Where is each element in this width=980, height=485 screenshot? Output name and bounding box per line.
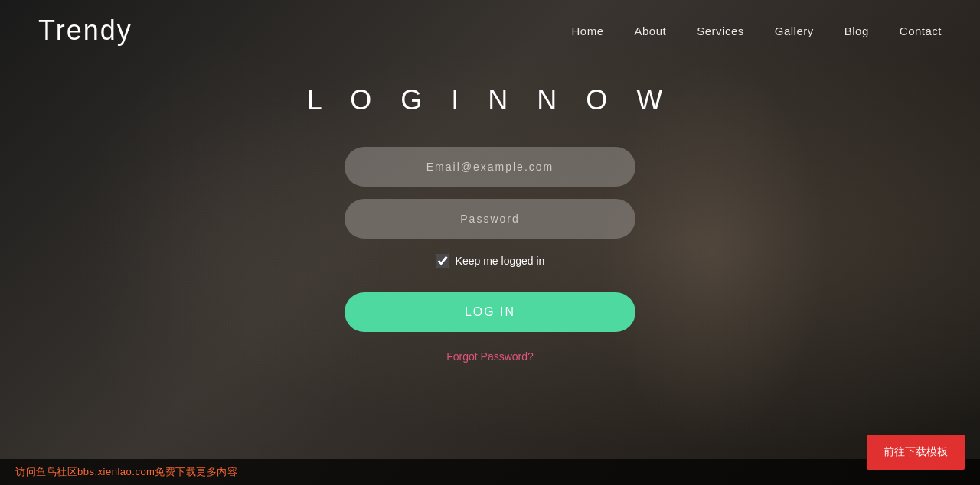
navigation: Home About Services Gallery Blog Contact [572,24,942,37]
remember-me-label: Keep me logged in [456,255,545,267]
password-input[interactable] [345,199,635,239]
nav-blog[interactable]: Blog [844,24,869,37]
remember-me-row: Keep me logged in [436,254,545,268]
nav-services[interactable]: Services [697,24,744,37]
bottom-banner: 访问鱼鸟社区bbs.xienlao.com免费下载更多内容 [0,459,980,485]
download-button[interactable]: 前往下载模板 [867,435,965,470]
login-title: L o g i n N o w [307,84,674,116]
login-form: Keep me logged in Log In Forgot Password… [0,147,980,363]
nav-home[interactable]: Home [572,24,604,37]
nav-about[interactable]: About [635,24,667,37]
email-input[interactable] [345,147,635,187]
banner-text: 访问鱼鸟社区bbs.xienlao.com免费下载更多内容 [15,465,237,479]
login-button[interactable]: Log In [345,292,635,332]
nav-gallery[interactable]: Gallery [775,24,814,37]
header: Trendy Home About Services Gallery Blog … [0,0,980,61]
nav-contact[interactable]: Contact [900,24,942,37]
main-content: L o g i n N o w Keep me logged in Log In… [0,61,980,363]
logo: Trendy [38,15,132,47]
page-container: Trendy Home About Services Gallery Blog … [0,0,980,485]
remember-me-checkbox[interactable] [436,254,449,268]
forgot-password-link[interactable]: Forgot Password? [446,350,534,363]
